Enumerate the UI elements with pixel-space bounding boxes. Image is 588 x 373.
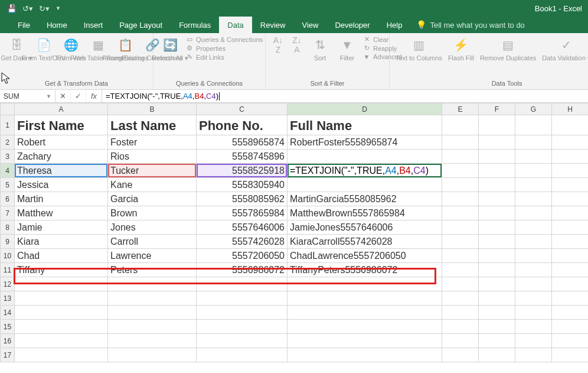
cell-c1[interactable]: Phone No. xyxy=(197,115,288,135)
cell-d2[interactable]: RobertFoster5558965874 xyxy=(288,135,442,150)
tab-view[interactable]: View xyxy=(293,17,326,33)
sort-desc-button[interactable]: Z↓A xyxy=(289,35,305,54)
cell-c8[interactable]: 5557646006 xyxy=(197,220,288,235)
cell-a4[interactable]: Theresa xyxy=(15,164,108,178)
cell-c4[interactable]: 5558525918 xyxy=(197,164,288,178)
col-header-d[interactable]: D xyxy=(288,103,442,115)
enter-formula-button[interactable]: ✓ xyxy=(71,90,86,102)
cell-a7[interactable]: Matthew xyxy=(15,206,108,220)
cell-b9[interactable]: Carroll xyxy=(108,235,197,249)
cell-b5[interactable]: Kane xyxy=(108,178,197,192)
tab-developer[interactable]: Developer xyxy=(326,17,378,33)
cell-d10[interactable]: ChadLawrence5557206050 xyxy=(288,249,442,263)
cell-c10[interactable]: 5557206050 xyxy=(197,249,288,263)
row-header-11[interactable]: 11 xyxy=(1,263,15,277)
cell-b11[interactable]: Peters xyxy=(108,263,197,277)
row-header-17[interactable]: 17 xyxy=(1,348,15,362)
col-header-b[interactable]: B xyxy=(108,103,197,115)
tab-home[interactable]: Home xyxy=(38,17,76,33)
save-icon[interactable]: 💾 xyxy=(7,4,17,13)
tell-me-search[interactable]: 💡 Tell me what you want to do xyxy=(416,17,524,33)
from-text-csv-button[interactable]: 📄From Text/CSV xyxy=(32,35,55,63)
flash-fill-button[interactable]: ⚡Flash Fill xyxy=(447,35,475,63)
cell-d6[interactable]: MartinGarcia5558085962 xyxy=(288,192,442,206)
cell-d5[interactable] xyxy=(288,178,442,192)
col-header-g[interactable]: G xyxy=(515,103,552,115)
tab-insert[interactable]: Insert xyxy=(76,17,112,33)
cell-b10[interactable]: Lawrence xyxy=(108,249,197,263)
tab-help[interactable]: Help xyxy=(378,17,411,33)
cell-a8[interactable]: Jamie xyxy=(15,220,108,235)
cancel-formula-button[interactable]: ✕ xyxy=(55,90,71,102)
cell-c9[interactable]: 5557426028 xyxy=(197,235,288,249)
row-header-3[interactable]: 3 xyxy=(1,150,15,164)
sort-asc-button[interactable]: A↓Z xyxy=(270,35,286,54)
row-header-1[interactable]: 1 xyxy=(1,115,15,135)
tab-data[interactable]: Data xyxy=(219,17,251,33)
cell-b6[interactable]: Garcia xyxy=(108,192,197,206)
col-header-f[interactable]: F xyxy=(479,103,515,115)
cell-c11[interactable]: 5556986072 xyxy=(197,263,288,277)
cell-a2[interactable]: Robert xyxy=(15,135,108,150)
row-header-12[interactable]: 12 xyxy=(1,277,15,291)
tab-review[interactable]: Review xyxy=(252,17,294,33)
cell-d9[interactable]: KiaraCarroll5557426028 xyxy=(288,235,442,249)
text-to-columns-button[interactable]: ▥Text to Columns xyxy=(394,35,443,63)
cell-a11[interactable]: Tiffany xyxy=(15,263,108,277)
cell-d11[interactable]: TiffanyPeters5556986072 xyxy=(288,263,442,277)
name-box[interactable]: SUM ▼ xyxy=(0,90,55,102)
cell-b3[interactable]: Rios xyxy=(108,150,197,164)
remove-duplicates-button[interactable]: ▤Remove Duplicates xyxy=(479,35,537,63)
data-validation-button[interactable]: ✓Data Validation ▾ xyxy=(541,35,588,63)
refresh-all-button[interactable]: 🔄Refresh All ▾ xyxy=(158,35,182,63)
col-header-e[interactable]: E xyxy=(442,103,479,115)
row-header-14[interactable]: 14 xyxy=(1,306,15,320)
edit-links-button[interactable]: ✎Edit Links xyxy=(185,53,263,61)
cell-c6[interactable]: 5558085962 xyxy=(197,192,288,206)
col-header-h[interactable]: H xyxy=(552,103,589,115)
sort-button[interactable]: ⇅Sort xyxy=(308,35,332,63)
row-header-7[interactable]: 7 xyxy=(1,206,15,220)
row-header-5[interactable]: 5 xyxy=(1,178,15,192)
cell-d3[interactable] xyxy=(288,150,442,164)
qat-dropdown-icon[interactable]: ▼ xyxy=(55,5,61,11)
row-header-10[interactable]: 10 xyxy=(1,249,15,263)
tab-file[interactable]: File xyxy=(9,17,38,33)
row-header-15[interactable]: 15 xyxy=(1,320,15,334)
cell-b1[interactable]: Last Name xyxy=(108,115,197,135)
row-header-16[interactable]: 16 xyxy=(1,334,15,348)
cell-a5[interactable]: Jessica xyxy=(15,178,108,192)
cell-a3[interactable]: Zachary xyxy=(15,150,108,164)
cell-d4[interactable]: =TEXTJOIN("-",TRUE,A4,B4,C4) xyxy=(288,164,442,178)
tab-formulas[interactable]: Formulas xyxy=(171,17,219,33)
chevron-down-icon[interactable]: ▼ xyxy=(46,93,51,99)
queries-connections-button[interactable]: ▭Queries & Connections xyxy=(185,35,263,43)
cell-b7[interactable]: Brown xyxy=(108,206,197,220)
filter-button[interactable]: ▼Filter xyxy=(335,35,359,63)
cell-d7[interactable]: MatthewBrown5557865984 xyxy=(288,206,442,220)
select-all-corner[interactable] xyxy=(1,103,15,115)
cell-b4[interactable]: Tucker xyxy=(108,164,197,178)
cell-a10[interactable]: Chad xyxy=(15,249,108,263)
cell-c2[interactable]: 5558965874 xyxy=(197,135,288,150)
row-header-9[interactable]: 9 xyxy=(1,235,15,249)
cell-b2[interactable]: Foster xyxy=(108,135,197,150)
cell-a9[interactable]: Kiara xyxy=(15,235,108,249)
properties-button[interactable]: ⚙Properties xyxy=(185,44,263,52)
fx-button[interactable]: fx xyxy=(86,90,102,102)
cell-d8[interactable]: JamieJones5557646006 xyxy=(288,220,442,235)
cell-a1[interactable]: First Name xyxy=(15,115,108,135)
row-header-6[interactable]: 6 xyxy=(1,192,15,206)
cell-b8[interactable]: Jones xyxy=(108,220,197,235)
tab-page-layout[interactable]: Page Layout xyxy=(111,17,171,33)
undo-icon[interactable]: ↺▾ xyxy=(22,4,33,13)
row-header-2[interactable]: 2 xyxy=(1,135,15,150)
spreadsheet-grid[interactable]: A B C D E F G H 1 First Name Last Name P… xyxy=(0,103,588,362)
cell-d1[interactable]: Full Name xyxy=(288,115,442,135)
row-header-4[interactable]: 4 xyxy=(1,164,15,178)
cell-a6[interactable]: Martin xyxy=(15,192,108,206)
row-header-13[interactable]: 13 xyxy=(1,291,15,306)
col-header-a[interactable]: A xyxy=(15,103,108,115)
redo-icon[interactable]: ↻▾ xyxy=(39,4,50,13)
cell-c5[interactable]: 5558305940 xyxy=(197,178,288,192)
